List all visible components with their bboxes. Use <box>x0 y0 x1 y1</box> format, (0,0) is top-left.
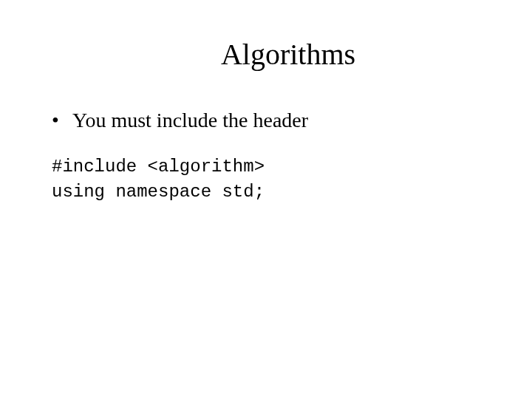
bullet-list: You must include the header <box>52 109 480 132</box>
bullet-item: You must include the header <box>52 109 480 132</box>
code-block: #include <algorithm> using namespace std… <box>52 154 480 204</box>
code-line: using namespace std; <box>52 182 265 202</box>
code-line: #include <algorithm> <box>52 157 265 177</box>
slide-title: Algorithms <box>96 37 480 72</box>
